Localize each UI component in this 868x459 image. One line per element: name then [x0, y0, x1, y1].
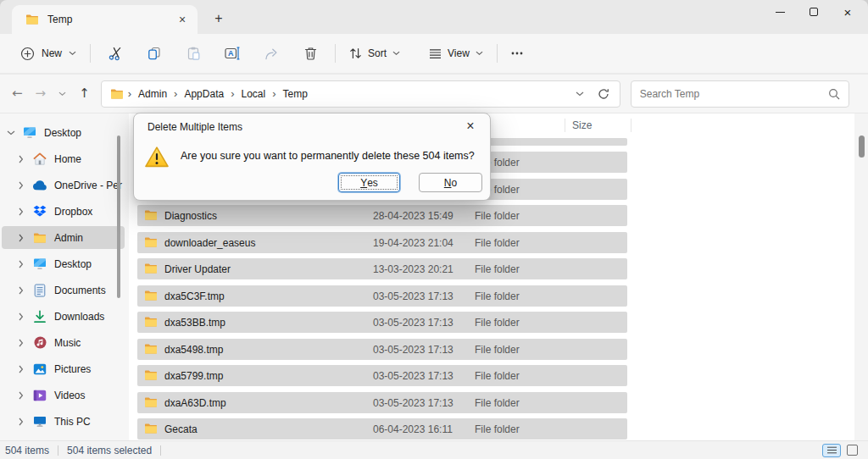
forward-button: →	[36, 87, 47, 100]
sidebar-item-desktop-root[interactable]: Desktop	[0, 119, 129, 146]
chevron-right-icon[interactable]	[17, 418, 25, 426]
chevron-right-icon[interactable]	[17, 312, 25, 321]
chevron-right-icon[interactable]	[17, 339, 25, 347]
maximize-button[interactable]	[797, 2, 831, 22]
sidebar-item-admin[interactable]: Admin	[0, 224, 129, 251]
new-tab-button[interactable]: +	[209, 8, 229, 29]
large-icons-view-button[interactable]	[847, 445, 858, 456]
file-date-modified: 06-04-2023 16:11	[373, 423, 453, 435]
explorer-tab[interactable]: Temp ×	[12, 5, 198, 34]
file-row[interactable]: dxaA63D.tmp03-05-2023 17:13File folder	[137, 392, 627, 413]
file-row[interactable]: Diagnostics28-04-2023 15:49File folder	[137, 205, 627, 226]
dialog-title: Delete Multiple Items	[147, 121, 242, 133]
more-options-button[interactable]	[503, 40, 531, 67]
file-type: File folder	[475, 290, 520, 302]
no-button[interactable]: No	[419, 173, 482, 192]
sidebar-item-downloads[interactable]: Downloads	[0, 303, 129, 329]
breadcrumb-separator: ›	[128, 87, 131, 100]
breadcrumb-segment-appdata[interactable]: AppData	[181, 86, 226, 102]
column-separator[interactable]	[631, 119, 632, 132]
sidebar-item-videos[interactable]: Videos	[0, 382, 129, 408]
breadcrumb-segment-admin[interactable]: Admin	[136, 86, 170, 102]
file-row[interactable]: downloader_easeus19-04-2023 21:04File fo…	[137, 232, 627, 253]
file-row[interactable]: dxa5799.tmp03-05-2023 17:13File folder	[137, 365, 627, 386]
rename-button[interactable]: A	[215, 40, 249, 67]
file-row[interactable]: dxa5498.tmp03-05-2023 17:13File folder	[137, 339, 627, 360]
column-header-size[interactable]: Size	[572, 119, 592, 131]
tab-title: Temp	[47, 14, 174, 25]
file-type: File folder	[475, 263, 520, 275]
sidebar-item-this-pc[interactable]: This PC	[0, 408, 129, 434]
sidebar-item-desktop[interactable]: Desktop	[0, 251, 129, 277]
chevron-right-icon[interactable]	[17, 260, 25, 268]
sidebar-item-home[interactable]: Home	[0, 146, 129, 172]
breadcrumb-segment-temp[interactable]: Temp	[281, 86, 310, 102]
folder-icon	[25, 13, 39, 26]
ellipsis-icon	[511, 52, 523, 55]
status-separator	[58, 445, 58, 456]
sidebar-item-label: Dropbox	[54, 206, 92, 218]
file-row[interactable]: dxa53BB.tmp03-05-2023 17:13File folder	[137, 312, 627, 333]
file-row[interactable]: Gecata06-04-2023 16:11File folder	[137, 418, 627, 440]
scissors-icon	[108, 47, 123, 61]
folder-icon	[144, 315, 158, 329]
sort-button[interactable]: Sort	[341, 40, 409, 67]
column-separator[interactable]	[565, 119, 565, 132]
chevron-right-icon[interactable]	[17, 391, 25, 400]
this-pc-icon	[32, 415, 47, 429]
sidebar-item-onedrive[interactable]: OneDrive - Per	[0, 172, 129, 198]
file-type: File folder	[475, 237, 520, 249]
address-bar[interactable]: › Admin › AppData › Local › Temp	[101, 80, 620, 108]
search-box[interactable]	[631, 80, 849, 108]
back-button[interactable]: ←	[12, 87, 23, 100]
chevron-right-icon[interactable]	[17, 181, 25, 190]
sidebar-item-clipped[interactable]	[0, 434, 129, 440]
status-bar: 504 items 504 items selected	[0, 440, 868, 459]
view-button[interactable]: View	[420, 40, 492, 67]
music-note-icon	[32, 336, 47, 350]
breadcrumb-segment-local[interactable]: Local	[238, 86, 268, 102]
new-button[interactable]: New	[12, 40, 85, 67]
up-button[interactable]: ↑	[79, 87, 90, 100]
chevron-down-icon[interactable]	[7, 130, 15, 135]
sidebar: Desktop Home OneDrive - Per Dropbox Admi…	[0, 113, 129, 440]
dialog-close-icon[interactable]: ×	[458, 116, 483, 136]
file-row[interactable]: Driver Updater13-03-2023 20:21File folde…	[137, 258, 627, 279]
chevron-down-icon	[476, 51, 483, 56]
file-row[interactable]: dxa5C3F.tmp03-05-2023 17:13File folder	[137, 285, 627, 307]
document-icon	[32, 284, 47, 297]
refresh-icon[interactable]	[598, 88, 609, 100]
file-type: File folder	[475, 423, 520, 435]
videos-icon	[32, 389, 47, 402]
sidebar-scrollbar[interactable]	[117, 135, 120, 298]
sidebar-item-dropbox[interactable]: Dropbox	[0, 198, 129, 224]
scrollbar-thumb[interactable]	[859, 135, 865, 158]
sidebar-item-music[interactable]: Music	[0, 329, 129, 356]
recent-locations-button[interactable]	[58, 91, 66, 97]
sidebar-item-pictures[interactable]: Pictures	[0, 356, 129, 382]
search-input[interactable]	[640, 88, 828, 100]
share-icon	[264, 47, 278, 60]
list-scrollbar[interactable]	[854, 113, 868, 440]
cut-button[interactable]	[98, 40, 132, 67]
delete-button[interactable]	[293, 40, 327, 67]
chevron-right-icon[interactable]	[17, 155, 25, 163]
chevron-right-icon[interactable]	[17, 286, 25, 295]
address-dropdown-icon[interactable]	[576, 91, 584, 97]
chevron-right-icon[interactable]	[17, 207, 25, 216]
sort-button-label: Sort	[368, 47, 387, 59]
copy-button[interactable]	[137, 40, 171, 67]
file-date-modified: 03-05-2023 17:13	[373, 370, 453, 382]
close-button[interactable]: ×	[831, 2, 865, 22]
minimize-button[interactable]	[763, 2, 797, 22]
warning-icon	[144, 146, 170, 169]
sidebar-item-documents[interactable]: Documents	[0, 277, 129, 303]
chevron-right-icon[interactable]	[17, 365, 25, 373]
details-view-button[interactable]	[822, 444, 841, 457]
folder-icon	[144, 208, 158, 222]
file-type: File folder	[475, 210, 520, 222]
tab-close-icon[interactable]: ×	[174, 11, 191, 28]
sidebar-item-label: Downloads	[54, 311, 104, 323]
yes-button[interactable]: Yes	[338, 173, 400, 192]
chevron-right-icon[interactable]	[17, 234, 25, 242]
